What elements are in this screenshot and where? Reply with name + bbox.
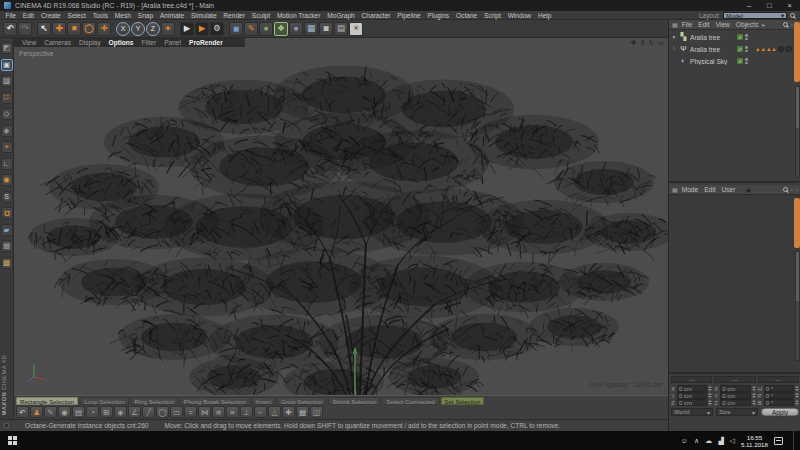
make-editable-icon[interactable]: ◩ [1, 42, 13, 54]
render-settings-icon[interactable]: ⚙ [210, 22, 224, 36]
palette-tool-icon[interactable]: ✚ [282, 406, 295, 418]
value-input[interactable]: 0 ° [764, 385, 794, 392]
palette-tool-icon[interactable]: ≡ [226, 406, 239, 418]
search-icon[interactable] [790, 13, 795, 18]
palette-tool-icon[interactable]: ▭ [170, 406, 183, 418]
close-button[interactable]: × [788, 1, 792, 10]
snap-toggle-icon[interactable]: S [1, 191, 13, 203]
menu-item[interactable]: Snap [134, 12, 156, 19]
palette-tool-icon[interactable]: ╱ [142, 406, 155, 418]
menu-item[interactable]: Tools [89, 12, 111, 19]
material-tag[interactable] [778, 46, 785, 53]
enabled-checkbox[interactable]: ✓ [737, 46, 743, 52]
y-axis-lock-icon[interactable]: Y [131, 22, 145, 36]
visibility-dots[interactable] [745, 34, 748, 40]
spline-pen-icon[interactable]: ✎ [244, 22, 258, 36]
polygons-mode-icon[interactable]: ◆ [1, 125, 13, 137]
separator[interactable] [112, 22, 115, 36]
viewport[interactable]: ViewCamerasDisplayOptionsFilterPanelProR… [14, 38, 668, 395]
value-input[interactable]: 0 cm [677, 392, 707, 399]
om-filter-icon[interactable]: ▫ [791, 22, 793, 28]
menu-item[interactable]: Character [358, 12, 394, 19]
menu-item[interactable]: Pipeline [394, 12, 424, 19]
value-input[interactable]: 0 cm [677, 399, 707, 406]
object-manager-menu-item[interactable]: View [714, 21, 732, 28]
rotate-tool-icon[interactable]: ◯ [82, 22, 96, 36]
spinner[interactable] [708, 392, 712, 399]
menu-item[interactable]: Render [220, 12, 248, 19]
menu-item[interactable]: Help [534, 12, 554, 19]
palette-undo-icon[interactable]: ↶ [16, 406, 29, 418]
value-input[interactable]: 0 ° [764, 399, 794, 406]
menu-item[interactable]: Animate [157, 12, 188, 19]
spinner[interactable] [708, 385, 712, 392]
edges-mode-icon[interactable]: ◇ [1, 108, 13, 120]
palette-tool-icon[interactable]: ∠ [128, 406, 141, 418]
spinner[interactable] [795, 385, 799, 392]
light-icon[interactable]: ☀ [349, 22, 363, 36]
simulate-icon[interactable]: ● [289, 22, 303, 36]
palette-tool-icon[interactable]: ⌐ [254, 406, 267, 418]
enable-axis-icon[interactable]: ⌖ [1, 141, 13, 153]
viewport-menu-item[interactable]: Display [75, 39, 105, 46]
value-input[interactable]: 0 cm [720, 399, 750, 406]
selection-command-button[interactable]: Select Connected [382, 397, 438, 405]
quantize-icon[interactable]: ▩ [1, 257, 13, 269]
z-axis-lock-icon[interactable]: Z [146, 22, 160, 36]
palette-tool-icon[interactable]: △ [268, 406, 281, 418]
generator-icon[interactable]: ❖ [274, 22, 288, 36]
visibility-dots[interactable] [745, 46, 748, 52]
live-selection-icon[interactable]: ↖ [37, 22, 51, 36]
selection-command-button[interactable]: Rectangle Selection [16, 397, 78, 405]
points-mode-icon[interactable]: ∷ [1, 92, 13, 104]
more-menu-icon[interactable]: ▸ [762, 21, 765, 28]
object-row[interactable]: ◐ Physical Sky ✓ [669, 55, 793, 67]
separator[interactable] [225, 22, 228, 36]
value-input[interactable]: 0 cm [677, 385, 707, 392]
spinner[interactable] [795, 392, 799, 399]
palette-tool-icon[interactable]: ▤ [72, 406, 85, 418]
network-icon[interactable]: ▟ [718, 437, 723, 445]
menu-item[interactable]: Mesh [111, 12, 134, 19]
value-input[interactable]: 0 ° [764, 392, 794, 399]
coord-system-dropdown[interactable]: World▾ [671, 408, 713, 416]
menu-item[interactable]: Edit [19, 12, 37, 19]
maximize-view-icon[interactable]: ▭ [657, 39, 664, 47]
menu-item[interactable]: Select [64, 12, 89, 19]
add-primitive-cube-icon[interactable]: ■ [229, 22, 243, 36]
subdivision-surface-icon[interactable]: ● [259, 22, 273, 36]
menu-item[interactable]: Octane [453, 12, 481, 19]
move-tool-icon[interactable]: ✚ [52, 22, 66, 36]
layout-select[interactable]: Model▾ [723, 12, 787, 19]
attribute-menu-item[interactable]: Edit [702, 186, 717, 193]
viewport-menu-item[interactable]: Options [105, 39, 138, 46]
palette-figure-icon[interactable]: ♟ [30, 406, 43, 418]
expand-icon[interactable]: ▾ [671, 34, 677, 40]
spinner[interactable] [752, 399, 756, 406]
expand-icon[interactable]: └ [671, 46, 677, 52]
attribute-menu-item[interactable]: Mode [680, 186, 701, 193]
x-axis-lock-icon[interactable]: X [116, 22, 130, 36]
palette-tool-icon[interactable]: ⊞ [100, 406, 113, 418]
palette-tool-icon[interactable]: ▦ [296, 406, 309, 418]
menu-item[interactable]: Window [504, 12, 534, 19]
om-scrollbar[interactable] [795, 86, 800, 178]
zoom-view-icon[interactable]: ⇕ [640, 39, 646, 47]
palette-tool-icon[interactable]: ◉ [58, 406, 71, 418]
show-desktop-button[interactable] [793, 431, 796, 450]
separator[interactable] [176, 22, 179, 36]
palette-tool-icon[interactable]: ◔ [86, 406, 99, 418]
object-manager-menu-item[interactable]: Edit [696, 21, 711, 28]
selection-command-button[interactable]: Set Selection [441, 397, 485, 405]
chevron-up-icon[interactable]: ∧ [694, 437, 699, 445]
palette-tool-icon[interactable]: ⋈ [198, 406, 211, 418]
palette-tool-icon[interactable]: ◯ [156, 406, 169, 418]
minimize-button[interactable]: – [747, 1, 751, 10]
selection-command-button[interactable]: Loop Selection [80, 397, 128, 405]
value-input[interactable]: 0 cm [720, 385, 750, 392]
viewport-menu-item[interactable]: Panel [160, 39, 185, 46]
am-scrollbar[interactable] [795, 251, 800, 361]
volume-icon[interactable]: ◁ [730, 437, 735, 445]
visibility-dots[interactable] [745, 58, 748, 64]
panel-tab-objects[interactable] [794, 22, 800, 82]
